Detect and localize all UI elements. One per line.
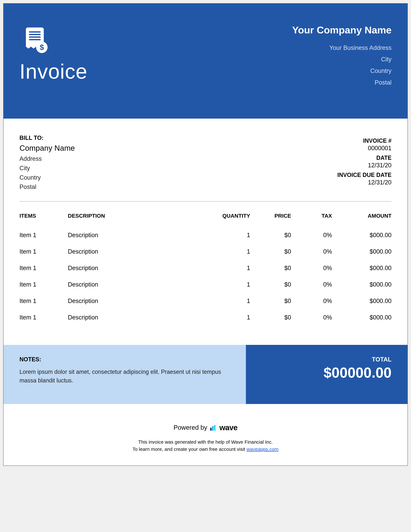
invoice-number-label: INVOICE #	[338, 137, 392, 144]
cell-price: $0	[250, 293, 291, 309]
invoice-number: 0000001	[338, 145, 392, 152]
cell-description: Description	[68, 260, 198, 276]
bill-to: BILL TO: Company Name Address City Count…	[19, 134, 75, 192]
notes-text: Lorem ipsum dolor sit amet, consectetur …	[19, 368, 230, 385]
cell-price: $0	[250, 309, 291, 326]
cell-quantity: 1	[198, 309, 250, 326]
cell-item: Item 1	[19, 293, 68, 309]
svg-rect-6	[210, 428, 211, 431]
cell-item: Item 1	[19, 260, 68, 276]
invoice-due-label: INVOICE DUE DATE	[338, 172, 392, 178]
company-country: Country	[292, 65, 392, 76]
bill-to-city: City	[19, 163, 75, 173]
invoice-page: $ Invoice Your Company Name Your Busines…	[3, 3, 408, 466]
col-items: ITEMS	[19, 209, 68, 227]
cell-description: Description	[68, 243, 198, 260]
cell-price: $0	[250, 243, 291, 260]
cell-quantity: 1	[198, 227, 250, 243]
cell-description: Description	[68, 227, 198, 243]
cell-tax: 0%	[291, 309, 332, 326]
cell-amount: $000.00	[332, 243, 392, 260]
total-panel: TOTAL $00000.00	[246, 345, 408, 404]
table-row: Item 1Description1$00%$000.00	[19, 293, 392, 309]
svg-rect-0	[29, 31, 41, 33]
cell-quantity: 1	[198, 243, 250, 260]
cell-tax: 0%	[291, 260, 332, 276]
cell-quantity: 1	[198, 276, 250, 293]
footer-link[interactable]: waveapps.com	[247, 446, 278, 452]
bill-to-label: BILL TO:	[19, 134, 75, 141]
table-row: Item 1Description1$00%$000.00	[19, 227, 392, 243]
notes-label: NOTES:	[19, 356, 230, 363]
powered-by: Powered by wave	[19, 423, 392, 432]
wave-brand-text: wave	[219, 423, 237, 432]
table-row: Item 1Description1$00%$000.00	[19, 260, 392, 276]
divider	[19, 201, 392, 201]
table-row: Item 1Description1$00%$000.00	[19, 243, 392, 260]
total-label: TOTAL	[256, 356, 392, 363]
invoice-title: Invoice	[19, 59, 88, 83]
company-name: Your Company Name	[292, 24, 392, 36]
bottom-section: NOTES: Lorem ipsum dolor sit amet, conse…	[3, 345, 408, 404]
total-amount: $00000.00	[256, 364, 392, 381]
col-quantity: QUANTITY	[198, 209, 250, 227]
col-amount: AMOUNT	[332, 209, 392, 227]
footer-line-2: To learn more, and create your own free …	[19, 446, 392, 453]
cell-tax: 0%	[291, 293, 332, 309]
footer-line-1: This invoice was generated with the help…	[19, 438, 392, 446]
col-tax: TAX	[291, 209, 332, 227]
cell-tax: 0%	[291, 243, 332, 260]
cell-price: $0	[250, 276, 291, 293]
bill-to-company: Company Name	[19, 144, 75, 152]
company-city: City	[292, 54, 392, 65]
cell-item: Item 1	[19, 227, 68, 243]
cell-item: Item 1	[19, 243, 68, 260]
svg-text:$: $	[40, 43, 44, 51]
invoice-due-date: 12/31/20	[338, 179, 392, 186]
invoice-date: 12/31/20	[338, 162, 392, 169]
cell-amount: $000.00	[332, 227, 392, 243]
bill-to-postal: Postal	[19, 182, 75, 192]
notes-panel: NOTES: Lorem ipsum dolor sit amet, conse…	[3, 345, 246, 404]
cell-quantity: 1	[198, 260, 250, 276]
bill-to-country: Country	[19, 173, 75, 182]
cell-tax: 0%	[291, 276, 332, 293]
meta-section: BILL TO: Company Name Address City Count…	[3, 119, 408, 201]
company-postal: Postal	[292, 77, 392, 88]
footer-line-2-prefix: To learn more, and create your own free …	[133, 446, 247, 452]
cell-price: $0	[250, 227, 291, 243]
bill-to-address: Address	[19, 154, 75, 163]
cell-amount: $000.00	[332, 260, 392, 276]
col-price: PRICE	[250, 209, 291, 227]
table-header-row: ITEMS DESCRIPTION QUANTITY PRICE TAX AMO…	[19, 209, 392, 227]
svg-rect-1	[29, 34, 41, 35]
cell-amount: $000.00	[332, 276, 392, 293]
header-right: Your Company Name Your Business Address …	[292, 24, 392, 88]
invoice-meta: INVOICE # 0000001 DATE 12/31/20 INVOICE …	[338, 134, 392, 192]
cell-quantity: 1	[198, 293, 250, 309]
header: $ Invoice Your Company Name Your Busines…	[3, 3, 408, 119]
wave-logo-icon	[210, 424, 217, 431]
svg-rect-8	[214, 425, 215, 431]
table-row: Item 1Description1$00%$000.00	[19, 309, 392, 326]
cell-amount: $000.00	[332, 293, 392, 309]
header-left: $ Invoice	[19, 24, 88, 88]
cell-tax: 0%	[291, 227, 332, 243]
invoice-date-label: DATE	[338, 154, 392, 161]
footer: Powered by wave This invoice was generat…	[3, 404, 408, 466]
svg-rect-7	[212, 426, 213, 431]
cell-amount: $000.00	[332, 309, 392, 326]
cell-item: Item 1	[19, 309, 68, 326]
cell-description: Description	[68, 293, 198, 309]
table-row: Item 1Description1$00%$000.00	[19, 276, 392, 293]
svg-rect-3	[29, 39, 41, 40]
cell-price: $0	[250, 260, 291, 276]
powered-by-text: Powered by	[174, 424, 207, 431]
svg-rect-2	[29, 37, 41, 38]
invoice-receipt-icon: $	[19, 24, 51, 56]
company-address: Your Business Address	[292, 42, 392, 54]
cell-description: Description	[68, 309, 198, 326]
col-description: DESCRIPTION	[68, 209, 198, 227]
cell-description: Description	[68, 276, 198, 293]
line-items-table: ITEMS DESCRIPTION QUANTITY PRICE TAX AMO…	[19, 209, 392, 326]
